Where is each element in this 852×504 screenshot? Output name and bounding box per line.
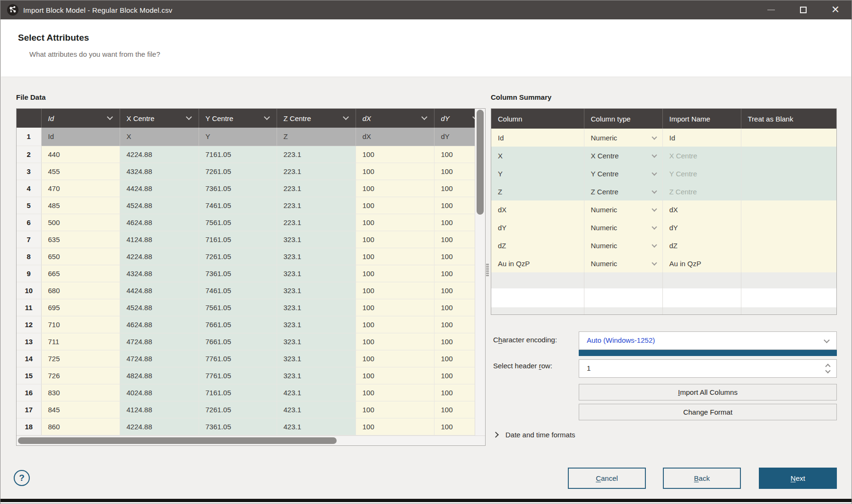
summary-type-select[interactable]: Numeric [584, 200, 662, 218]
summary-treat-as-blank-field[interactable] [741, 182, 836, 200]
file-row: 44704424.887361.05223.1100100 [17, 180, 485, 197]
file-column-header[interactable]: X Centre [120, 109, 199, 128]
file-column-header-label: Y Centre [206, 114, 234, 122]
summary-import-name-field[interactable]: Y Centre [662, 165, 741, 182]
row-number: 2 [17, 146, 41, 163]
file-row: 96654324.887361.05323.1100100 [17, 265, 485, 282]
file-cell: 100 [356, 384, 434, 401]
summary-type-select[interactable]: Numeric [584, 218, 662, 236]
summary-row: dYNumericdY [491, 218, 836, 236]
summary-type-select[interactable]: Z Centre [584, 182, 662, 200]
summary-import-name-field[interactable]: dZ [662, 236, 741, 254]
maximize-button[interactable] [787, 0, 819, 19]
summary-type-value: X Centre [591, 152, 619, 160]
summary-import-name-field[interactable]: X Centre [662, 147, 741, 165]
file-cell: 4124.88 [120, 401, 199, 418]
file-row: 157264824.887761.05323.1100100 [17, 367, 485, 384]
chevron-down-icon [652, 260, 657, 265]
summary-import-name-field[interactable]: Z Centre [662, 182, 741, 200]
row-number: 13 [17, 333, 41, 350]
minimize-icon [767, 9, 775, 10]
app-icon [7, 4, 19, 16]
file-cell: 650 [41, 248, 120, 265]
summary-row: ZZ CentreZ Centre [491, 182, 836, 200]
summary-type-select[interactable]: Numeric [584, 129, 662, 147]
file-cell: 4624.88 [120, 214, 199, 231]
summary-treat-as-blank-field[interactable] [741, 165, 836, 182]
summary-column-name: Z [491, 182, 584, 200]
row-number: 15 [17, 367, 41, 384]
empty-row [491, 307, 836, 314]
spinner-down-icon[interactable] [825, 368, 830, 373]
file-column-header[interactable]: Id [41, 109, 120, 128]
row-number: 7 [17, 231, 41, 248]
file-cell: 7261.05 [199, 248, 277, 265]
vertical-scrollbar[interactable] [475, 109, 485, 435]
row-number: 1 [17, 128, 41, 146]
summary-treat-as-blank-field[interactable] [741, 236, 836, 254]
file-column-header[interactable]: dX [356, 109, 434, 128]
file-row: 147254724.887761.05323.1100100 [17, 350, 485, 367]
file-cell: 323.1 [277, 231, 356, 248]
file-cell: 440 [41, 146, 120, 163]
character-encoding-select[interactable]: Auto (Windows-1252) [579, 331, 837, 350]
change-format-button[interactable]: Change Format [579, 404, 837, 420]
summary-type-select[interactable]: Y Centre [584, 165, 662, 182]
summary-type-select[interactable]: Numeric [584, 236, 662, 254]
file-cell: 680 [41, 282, 120, 299]
next-button[interactable]: Next [759, 468, 837, 489]
encoding-progress-bar [579, 350, 837, 356]
file-cell: 4724.88 [120, 350, 199, 367]
chevron-down-icon [186, 114, 192, 120]
help-button[interactable]: ? [14, 470, 30, 486]
file-row: 65004624.887561.05223.1100100 [17, 214, 485, 231]
close-button[interactable]: × [819, 0, 852, 19]
import-all-columns-button[interactable]: Import All Columns [579, 384, 837, 400]
summary-type-select[interactable]: X Centre [584, 147, 662, 165]
summary-treat-as-blank-field[interactable] [741, 147, 836, 165]
file-cell: 4024.88 [120, 384, 199, 401]
cancel-button[interactable]: Cancel [568, 468, 646, 489]
file-row: 34554324.887261.05223.1100100 [17, 163, 485, 180]
horizontal-scrollbar-thumb[interactable] [18, 437, 337, 444]
date-time-formats-label: Date and time formats [505, 431, 575, 439]
file-cell: 4624.88 [120, 316, 199, 333]
row-number: 3 [17, 163, 41, 180]
header-row-spinner[interactable]: 1 [579, 359, 837, 378]
summary-type-select[interactable]: Numeric [584, 254, 662, 272]
summary-treat-as-blank-field[interactable] [741, 129, 836, 147]
panel-splitter-handle[interactable] [486, 264, 489, 277]
file-cell: 726 [41, 367, 120, 384]
back-button[interactable]: Back [663, 468, 741, 489]
page-subtitle: What attributes do you want from the fil… [29, 50, 851, 58]
chevron-down-icon [421, 114, 427, 120]
file-cell: 323.1 [277, 299, 356, 316]
horizontal-scrollbar[interactable] [17, 435, 485, 445]
row-number: 17 [17, 401, 41, 418]
file-column-header[interactable]: Z Centre [277, 109, 356, 128]
file-cell: 7361.05 [199, 418, 277, 435]
file-cell: 845 [41, 401, 120, 418]
file-cell: 7261.05 [199, 401, 277, 418]
row-number: 11 [17, 299, 41, 316]
file-cell: 7261.05 [199, 163, 277, 180]
vertical-scrollbar-thumb[interactable] [477, 110, 484, 215]
summary-treat-as-blank-field[interactable] [741, 218, 836, 236]
summary-import-name-field[interactable]: Au in QzP [662, 254, 741, 272]
file-cell: Id [41, 128, 120, 146]
wizard-header: Select Attributes What attributes do you… [1, 19, 851, 77]
file-cell: 7461.05 [199, 197, 277, 214]
file-column-header[interactable]: Y Centre [199, 109, 277, 128]
summary-import-name-field[interactable]: dX [662, 200, 741, 218]
header-row-label: Select header row: [493, 362, 552, 370]
date-time-formats-expander[interactable]: Date and time formats [494, 431, 575, 439]
summary-treat-as-blank-field[interactable] [741, 254, 836, 272]
close-icon: × [832, 3, 839, 16]
summary-import-name-field[interactable]: Id [662, 129, 741, 147]
summary-import-name-field[interactable]: dY [662, 218, 741, 236]
empty-row [491, 288, 836, 307]
file-cell: 323.1 [277, 282, 356, 299]
minimize-button[interactable] [755, 0, 787, 19]
summary-treat-as-blank-field[interactable] [741, 200, 836, 218]
row-number: 14 [17, 350, 41, 367]
